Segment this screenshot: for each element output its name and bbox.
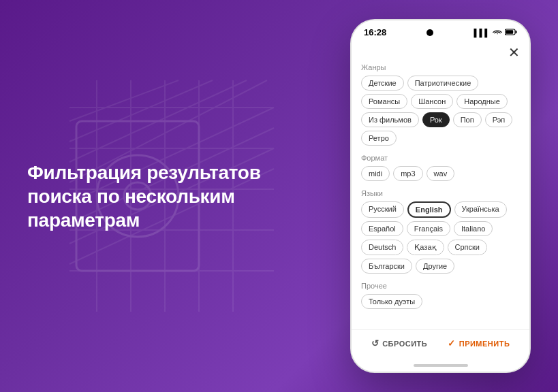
left-panel: Фильтрация результатов поиска по несколь… bbox=[27, 161, 350, 232]
battery-icon bbox=[505, 29, 517, 37]
format-tags: midi mp3 wav bbox=[361, 166, 520, 181]
reset-icon: ↺ bbox=[371, 338, 379, 348]
wifi-icon bbox=[493, 29, 502, 37]
tag-russkiy[interactable]: Русский bbox=[361, 201, 404, 218]
tag-mp3[interactable]: mp3 bbox=[393, 166, 422, 181]
status-time: 16:28 bbox=[364, 27, 386, 37]
svg-line-0 bbox=[69, 80, 179, 121]
languages-label: Языки bbox=[361, 189, 520, 197]
tag-srpski[interactable]: Српски bbox=[448, 240, 487, 255]
tag-italiano[interactable]: Italiano bbox=[454, 221, 493, 236]
home-bar bbox=[414, 364, 468, 367]
phone-frame: 16:28 ▌▌▌ bbox=[350, 19, 531, 373]
tag-balgarski[interactable]: Български bbox=[361, 259, 412, 274]
tag-pop[interactable]: Поп bbox=[453, 112, 482, 127]
close-row: ✕ bbox=[361, 40, 520, 63]
signal-icon: ▌▌▌ bbox=[474, 29, 490, 37]
tag-ukrainska[interactable]: Українська bbox=[454, 201, 507, 218]
tag-duety[interactable]: Только дуэты bbox=[361, 294, 422, 309]
apply-label: ПРИМЕНИТЬ bbox=[459, 340, 510, 348]
genres-label: Жанры bbox=[361, 63, 520, 71]
format-section: Формат midi mp3 wav bbox=[361, 154, 520, 181]
reset-label: СБРОСИТЬ bbox=[382, 340, 427, 348]
languages-section: Языки Русский English Українська Español… bbox=[361, 189, 520, 274]
other-section: Прочее Только дуэты bbox=[361, 282, 520, 309]
apply-icon: ✓ bbox=[448, 338, 456, 348]
tag-deutsch[interactable]: Deutsch bbox=[361, 240, 403, 255]
status-icons: ▌▌▌ bbox=[474, 29, 517, 37]
tag-shanson[interactable]: Шансон bbox=[411, 94, 453, 109]
format-label: Формат bbox=[361, 154, 520, 162]
tag-rep[interactable]: Рэп bbox=[485, 112, 513, 127]
home-indicator bbox=[352, 359, 529, 372]
tag-rok[interactable]: Рок bbox=[422, 112, 450, 127]
tag-wav[interactable]: wav bbox=[427, 166, 455, 181]
other-label: Прочее bbox=[361, 282, 520, 290]
tag-espanol[interactable]: Español bbox=[361, 221, 403, 236]
camera-notch bbox=[427, 29, 433, 36]
languages-tags: Русский English Українська Español Franç… bbox=[361, 201, 520, 274]
page-title: Фильтрация результатов поиска по несколь… bbox=[27, 161, 330, 232]
phone-mockup: 16:28 ▌▌▌ bbox=[350, 19, 531, 373]
filter-content[interactable]: ✕ Жанры Детские Патриотические Романсы Ш… bbox=[352, 40, 529, 329]
tag-midi[interactable]: midi bbox=[361, 166, 390, 181]
tag-romansy[interactable]: Романсы bbox=[361, 94, 407, 109]
tag-kazak[interactable]: Қазақ bbox=[407, 240, 444, 255]
genres-tags: Детские Патриотические Романсы Шансон На… bbox=[361, 76, 520, 146]
tag-iz-filmov[interactable]: Из фильмов bbox=[361, 112, 419, 127]
genres-section: Жанры Детские Патриотические Романсы Шан… bbox=[361, 63, 520, 146]
tag-drugie[interactable]: Другие bbox=[416, 259, 454, 274]
svg-rect-23 bbox=[515, 31, 516, 33]
close-button[interactable]: ✕ bbox=[508, 46, 520, 59]
status-bar: 16:28 ▌▌▌ bbox=[352, 20, 529, 40]
tag-retro[interactable]: Ретро bbox=[361, 131, 397, 146]
svg-line-1 bbox=[69, 80, 213, 142]
tag-narodnye[interactable]: Народные bbox=[456, 94, 508, 109]
tag-english[interactable]: English bbox=[407, 201, 451, 218]
svg-rect-24 bbox=[506, 30, 513, 34]
apply-button[interactable]: ✓ ПРИМЕНИТЬ bbox=[448, 338, 510, 348]
reset-button[interactable]: ↺ СБРОСИТЬ bbox=[371, 338, 428, 348]
other-tags: Только дуэты bbox=[361, 294, 520, 309]
tag-detskie[interactable]: Детские bbox=[361, 76, 404, 91]
tag-patrioticheskie[interactable]: Патриотические bbox=[407, 76, 479, 91]
phone-footer: ↺ СБРОСИТЬ ✓ ПРИМЕНИТЬ bbox=[352, 329, 529, 359]
tag-francais[interactable]: Français bbox=[407, 221, 450, 236]
